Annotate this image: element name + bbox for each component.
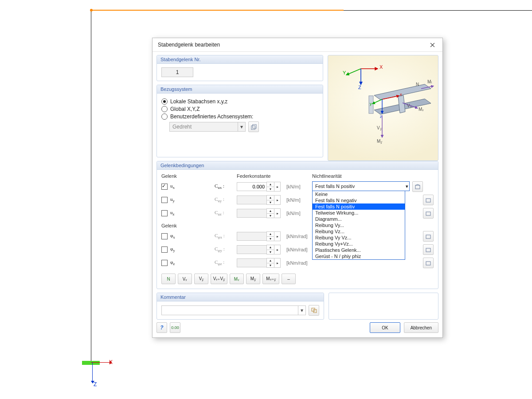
node-marker [90, 9, 93, 12]
radio-global-axes-label: Global X,Y,Z [170, 106, 200, 112]
col-nonlin: Nichtlinearität [312, 173, 434, 179]
nl-option[interactable]: Fest falls N positiv [313, 203, 405, 210]
check-phix-label: φx [170, 233, 175, 239]
nl-option[interactable]: Keine [313, 191, 405, 197]
preview-panel [329, 293, 438, 320]
comment-header: Kommentar [157, 293, 324, 301]
hinge-illustration: X Y Z x y z [328, 55, 438, 161]
check-ux[interactable]: ux [161, 183, 215, 190]
quick-release-toolbar: N Vᵧ V𝓏 Vᵧ₊V𝓏 Mᵧ M𝓏 Mᵧ₊𝓏 – [161, 274, 434, 284]
unit-knm-rad: [kNm/rad] [285, 247, 312, 252]
unit-knm-rad: [kNm/rad] [285, 234, 312, 239]
unit-knm-rad: [kNm/rad] [285, 260, 312, 266]
nl-settings-uy-button[interactable] [423, 195, 434, 205]
nl-option[interactable]: Plastisches Gelenk... [313, 247, 405, 253]
reference-system-panel: Bezugssystem Lokale Stabachsen x,y,z Glo… [156, 85, 323, 157]
nl-option[interactable]: Reibung Vy+Vz... [313, 241, 405, 247]
axis-z-label: Z [94, 381, 97, 387]
user-axes-combo-value: Gedreht [170, 124, 238, 130]
check-uy-label: uy [170, 196, 175, 203]
column-line [91, 10, 91, 365]
svg-text:X: X [379, 64, 383, 70]
quick-vyvz-button[interactable]: Vᵧ₊V𝓏 [211, 274, 227, 284]
chevron-down-icon: ▾ [406, 184, 408, 189]
hinge-number-input[interactable]: 1 [161, 67, 193, 77]
axis-x-label: X [109, 359, 113, 365]
col-hinge2: Gelenk [161, 223, 215, 228]
nl-option[interactable]: Reibung Vz... [313, 228, 405, 235]
user-axes-combo: Gedreht ▾ [169, 122, 246, 132]
edit-axes-button[interactable] [248, 121, 259, 132]
svg-rect-27 [415, 185, 420, 189]
svg-text:z: z [380, 114, 382, 119]
hinge-conditions-header: Gelenkbedingungen [157, 161, 438, 170]
nl-settings-uz-button[interactable] [423, 208, 434, 219]
nl-option[interactable]: Gerüst - N / phiy phiz [313, 253, 405, 259]
nl-settings-phiz-button[interactable] [423, 258, 434, 268]
number-panel: Stabendgelenk Nr. 1 [156, 55, 323, 81]
svg-text:Mₜ: Mₜ [427, 79, 432, 84]
nl-option[interactable]: Diagramm... [313, 216, 405, 222]
nl-option[interactable]: Fest falls N negativ [313, 197, 405, 203]
quick-mymz-button[interactable]: Mᵧ₊𝓏 [262, 274, 279, 284]
radio-local-axes-label: Lokale Stabachsen x,y,z [170, 98, 227, 105]
nonlinearity-ux-value: Fest falls N positiv [315, 184, 355, 189]
svg-text:M𝓏: M𝓏 [377, 139, 383, 144]
svg-text:N: N [416, 82, 419, 87]
quick-my-button[interactable]: Mᵧ [230, 274, 244, 284]
spring-phiz-input: ▲▼▸ [237, 258, 285, 267]
comment-library-button[interactable] [309, 305, 319, 316]
nl-option[interactable]: Teilweise Wirkung... [313, 210, 405, 216]
unit-kn-m: [kN/m] [285, 197, 312, 203]
chevron-down-icon: ▾ [298, 306, 305, 315]
spring-ux-input[interactable]: ▲▼▸ [237, 182, 285, 191]
dialog-title: Stabendgelenk bearbeiten [158, 42, 220, 48]
svg-line-3 [346, 69, 361, 75]
nonlinearity-dropdown-list[interactable]: Keine Fest falls N negativ Fest falls N … [312, 191, 405, 260]
quick-vy-button[interactable]: Vᵧ [178, 274, 192, 284]
svg-rect-28 [426, 199, 430, 202]
nl-settings-ux-button[interactable] [412, 181, 423, 192]
spring-uz-input: ▲▼▸ [237, 209, 285, 218]
cancel-button[interactable]: Abbrechen [404, 322, 438, 333]
nl-settings-phix-button[interactable] [423, 231, 434, 242]
quick-n-button[interactable]: N [161, 274, 176, 284]
spring-uy-input: ▲▼▸ [237, 196, 285, 204]
quick-mz-button[interactable]: M𝓏 [246, 274, 260, 284]
col-hinge: Gelenk [161, 173, 215, 179]
spring-phiy-input: ▲▼▸ [237, 245, 285, 254]
check-uz[interactable]: uz [161, 210, 215, 216]
nl-option[interactable]: Reibung Vy Vz... [313, 235, 405, 241]
svg-rect-31 [426, 248, 430, 252]
svg-rect-29 [426, 212, 430, 215]
svg-text:Y: Y [343, 70, 346, 75]
number-header: Stabendgelenk Nr. [157, 55, 323, 64]
help-button[interactable]: ? [156, 322, 167, 333]
svg-text:Z: Z [358, 85, 361, 90]
comment-combo[interactable]: ▾ [161, 305, 306, 315]
close-button[interactable] [426, 39, 439, 50]
radio-global-axes[interactable]: Global X,Y,Z [161, 106, 318, 112]
svg-rect-0 [251, 125, 254, 129]
edit-member-hinge-dialog: Stabendgelenk bearbeiten Stabendgelenk N… [152, 38, 443, 338]
radio-user-axes-label: Benutzerdefiniertes Achsensystem: [170, 113, 253, 120]
svg-text:Mᵧ: Mᵧ [419, 107, 424, 112]
check-phix[interactable]: φx [161, 233, 215, 239]
nl-settings-phiy-button[interactable] [423, 244, 434, 255]
svg-rect-30 [426, 235, 430, 239]
nonlinearity-ux-combo[interactable]: Fest falls N positiv ▾ Keine Fest falls … [312, 181, 410, 191]
radio-user-axes[interactable]: Benutzerdefiniertes Achsensystem: [161, 113, 318, 120]
svg-text:x: x [400, 92, 402, 97]
check-phiz[interactable]: φz [161, 259, 215, 266]
units-button[interactable]: 0.00 [170, 322, 180, 333]
axis-x-icon [91, 362, 110, 363]
quick-vz-button[interactable]: V𝓏 [194, 274, 208, 284]
quick-clear-button[interactable]: – [282, 274, 296, 284]
check-phiy[interactable]: φy [161, 246, 215, 253]
radio-local-axes[interactable]: Lokale Stabachsen x,y,z [161, 98, 318, 105]
check-ux-label: ux [170, 183, 175, 190]
ok-button[interactable]: OK [370, 322, 400, 333]
nl-option[interactable]: Reibung Vy... [313, 222, 405, 228]
check-uy[interactable]: uy [161, 196, 215, 203]
support-icon [82, 361, 100, 365]
